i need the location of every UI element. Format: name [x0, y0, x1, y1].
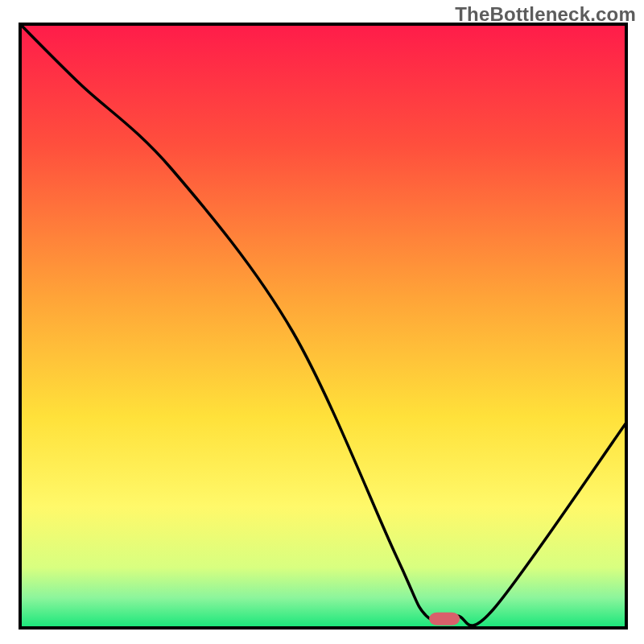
chart-container: TheBottleneck.com — [0, 0, 644, 644]
gradient-background — [20, 24, 626, 628]
watermark-text: TheBottleneck.com — [455, 3, 636, 26]
bottleneck-chart — [0, 0, 644, 644]
optimal-marker — [429, 613, 460, 625]
